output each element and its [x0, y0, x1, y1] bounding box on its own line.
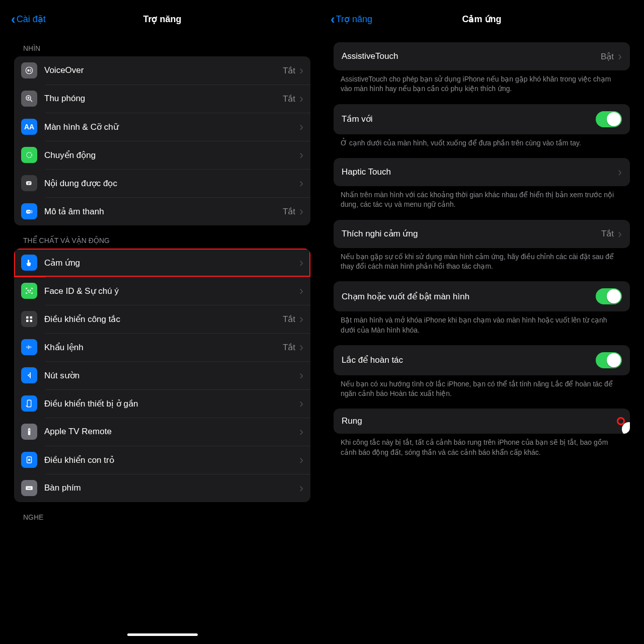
- row-label: Mô tả âm thanh: [44, 206, 283, 217]
- row-assistivetouch[interactable]: AssistiveTouch Bật ›: [334, 42, 630, 70]
- svg-point-22: [29, 459, 30, 461]
- row-value: Tắt: [283, 94, 295, 104]
- toggle-tap-to-wake[interactable]: [596, 288, 622, 304]
- text-size-icon: AA: [21, 119, 37, 135]
- motion-icon: [21, 147, 37, 163]
- chevron-right-icon: ›: [299, 176, 303, 190]
- row-value: Tắt: [283, 206, 295, 217]
- footer-shake-to-undo: Nếu bạn có xu hướng tình cờ lắc iPhone, …: [325, 375, 639, 409]
- chevron-right-icon: ›: [299, 425, 303, 439]
- footer-tap-to-wake: Bật màn hình và mở khóa iPhone khi bạn c…: [325, 311, 639, 345]
- chevron-right-icon: ›: [299, 368, 303, 382]
- row-faceid[interactable]: Face ID & Sự chú ý ›: [14, 277, 310, 305]
- row-label: Điều khiển thiết bị ở gần: [44, 398, 298, 409]
- section-header-vision: NHÌN: [5, 33, 319, 56]
- row-keyboard[interactable]: Bàn phím ›: [14, 474, 310, 502]
- spoken-content-icon: [21, 175, 37, 191]
- row-label: Thu phóng: [44, 94, 283, 104]
- svg-point-20: [29, 430, 30, 431]
- row-value: Tắt: [283, 314, 295, 325]
- back-button[interactable]: ‹ Trợ năng: [331, 13, 372, 26]
- row-pointer-control[interactable]: Điều khiển con trỏ ›: [14, 446, 310, 474]
- footer-reachability: Ở cạnh dưới của màn hình, vuốt xuống để …: [325, 134, 639, 158]
- nav-bar: ‹ Cài đặt Trợ năng: [5, 5, 319, 33]
- chevron-right-icon: ›: [299, 63, 303, 77]
- svg-rect-18: [27, 400, 31, 407]
- row-label: VoiceOver: [44, 65, 283, 75]
- chevron-left-icon: ‹: [331, 13, 335, 26]
- row-audio-descriptions[interactable]: Mô tả âm thanh Tắt ›: [14, 197, 310, 225]
- group-tap-to-wake: Chạm hoặc vuốt để bật màn hình: [334, 281, 630, 311]
- row-label: Màn hình & Cỡ chữ: [44, 122, 298, 132]
- row-label: Chạm hoặc vuốt để bật màn hình: [342, 291, 596, 302]
- row-vibration[interactable]: Rung: [334, 409, 630, 434]
- row-reachability[interactable]: Tầm với: [334, 104, 630, 134]
- svg-rect-4: [26, 181, 32, 185]
- svg-rect-13: [30, 320, 33, 323]
- row-spoken-content[interactable]: Nội dung được đọc ›: [14, 169, 310, 197]
- group-haptic-touch: Haptic Touch ›: [334, 158, 630, 186]
- row-apple-tv-remote[interactable]: Apple TV Remote ›: [14, 418, 310, 446]
- highlight-vibration-toggle: [620, 420, 622, 422]
- nearby-device-icon: [21, 395, 37, 412]
- svg-rect-10: [26, 316, 29, 319]
- row-value: Tắt: [283, 65, 295, 76]
- chevron-right-icon: ›: [618, 49, 622, 63]
- page-title: Cảm ứng: [462, 14, 502, 25]
- svg-rect-17: [31, 347, 32, 348]
- side-button-icon: [21, 367, 37, 383]
- row-label: Điều khiển công tắc: [44, 314, 283, 325]
- row-haptic-touch[interactable]: Haptic Touch ›: [334, 158, 630, 186]
- row-label: Điều khiển con trỏ: [44, 455, 298, 465]
- chevron-right-icon: ›: [299, 396, 303, 411]
- audio-desc-icon: [21, 203, 37, 219]
- footer-haptic-touch: Nhấn trên màn hình với các khoảng thời g…: [325, 186, 639, 220]
- group-touch-accommodations: Thích nghi cảm ứng Tắt ›: [334, 220, 630, 248]
- scroll-area[interactable]: AssistiveTouch Bật › AssistiveTouch cho …: [325, 33, 639, 639]
- keyboard-icon: [21, 480, 37, 496]
- faceid-icon: [21, 283, 37, 299]
- svg-rect-23: [26, 486, 33, 490]
- row-motion[interactable]: Chuyển động ›: [14, 141, 310, 169]
- svg-rect-12: [26, 320, 29, 323]
- group-shake-to-undo: Lắc để hoàn tác: [334, 345, 630, 375]
- chevron-right-icon: ›: [299, 120, 303, 134]
- row-voice-control[interactable]: Khẩu lệnh Tắt ›: [14, 333, 310, 361]
- section-header-physical: THỂ CHẤT VÀ VẬN ĐỘNG: [5, 225, 319, 249]
- chevron-right-icon: ›: [618, 227, 622, 241]
- footer-assistivetouch: AssistiveTouch cho phép bạn sử dụng iPho…: [325, 70, 639, 104]
- row-touch-accommodations[interactable]: Thích nghi cảm ứng Tắt ›: [334, 220, 630, 248]
- svg-point-6: [28, 211, 29, 212]
- voiceover-icon: [21, 62, 37, 78]
- row-tap-to-wake[interactable]: Chạm hoặc vuốt để bật màn hình: [334, 281, 630, 311]
- svg-point-7: [29, 211, 30, 212]
- row-voiceover[interactable]: VoiceOver Tắt ›: [14, 56, 310, 85]
- footer-touch-accommodations: Nếu bạn gặp sự cố khi sử dụng màn hình c…: [325, 248, 639, 282]
- scroll-area[interactable]: NHÌN VoiceOver Tắt › Thu phóng Tắt › AA …: [5, 33, 319, 639]
- chevron-right-icon: ›: [299, 284, 303, 298]
- svg-point-9: [30, 290, 31, 291]
- nav-bar: ‹ Trợ năng Cảm ứng: [325, 5, 639, 33]
- row-switch-control[interactable]: Điều khiển công tắc Tắt ›: [14, 305, 310, 333]
- row-display-text[interactable]: AA Màn hình & Cỡ chữ ›: [14, 113, 310, 141]
- toggle-reachability[interactable]: [596, 111, 622, 127]
- chevron-right-icon: ›: [299, 148, 303, 162]
- row-label: Rung: [342, 416, 620, 426]
- row-side-button[interactable]: Nút sườn ›: [14, 361, 310, 389]
- row-label: Nội dung được đọc: [44, 178, 298, 189]
- toggle-shake-to-undo[interactable]: [596, 352, 622, 368]
- back-label: Cài đặt: [17, 14, 46, 25]
- back-button[interactable]: ‹ Cài đặt: [11, 13, 46, 26]
- svg-rect-11: [30, 316, 33, 319]
- row-shake-to-undo[interactable]: Lắc để hoàn tác: [334, 345, 630, 375]
- row-nearby-devices[interactable]: Điều khiển thiết bị ở gần ›: [14, 389, 310, 418]
- back-label: Trợ năng: [336, 14, 372, 25]
- chevron-right-icon: ›: [299, 340, 303, 354]
- home-indicator[interactable]: [127, 633, 198, 636]
- row-label: Nút sườn: [44, 370, 298, 381]
- pointer-control-icon: [21, 452, 37, 468]
- row-zoom[interactable]: Thu phóng Tắt ›: [14, 85, 310, 113]
- section-header-hearing: NGHE: [5, 502, 319, 525]
- row-touch[interactable]: Cảm ứng ›: [14, 249, 310, 277]
- chevron-right-icon: ›: [299, 92, 303, 106]
